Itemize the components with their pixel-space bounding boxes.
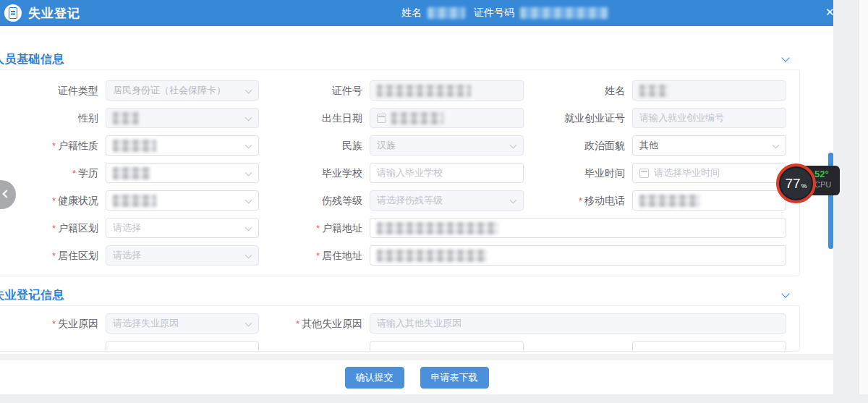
percent-sign: %: [801, 182, 807, 190]
redacted-education-value: [113, 167, 150, 179]
hukou-address-label: 户籍地址: [268, 218, 370, 239]
name-label: 姓名: [531, 80, 632, 101]
cpu-label: CPU: [814, 180, 840, 189]
form-row: 学历 毕业学校 请输入毕业学校 毕业时间 请选择毕业: [0, 163, 799, 183]
chevron-down-icon: [245, 114, 252, 122]
other-reason-label: 其他失业原因: [268, 313, 370, 334]
section-unemployment-title: 失业登记信息: [0, 288, 64, 303]
emp-cert-no-label: 就业创业证号: [531, 108, 632, 128]
education-label: 学历: [0, 163, 106, 184]
close-icon[interactable]: ✕: [825, 6, 833, 19]
ethnic-value: 汉族: [377, 139, 396, 152]
right-gutter: [833, 0, 858, 403]
calendar-icon: [639, 169, 649, 178]
confirm-submit-button[interactable]: 确认提交: [345, 367, 404, 389]
reason-select[interactable]: 请选择失业原因: [106, 313, 259, 334]
health-select[interactable]: [106, 190, 259, 211]
chevron-down-icon[interactable]: [781, 289, 789, 297]
redacted-name-value: [639, 85, 668, 97]
cert-no-label: 证件号: [268, 80, 370, 101]
grad-time-input[interactable]: 请选择毕业时间: [632, 163, 786, 183]
calendar-icon: [377, 114, 386, 123]
mobile-input[interactable]: [632, 190, 786, 211]
chevron-down-icon: [773, 142, 780, 149]
disability-select[interactable]: 请选择伤残等级: [370, 190, 524, 211]
political-select[interactable]: 其他: [632, 135, 786, 156]
cutoff-input[interactable]: [632, 341, 786, 352]
cert-type-value: 居民身份证（社会保障卡）: [113, 84, 226, 97]
top-header-bar: 失业登记 姓名 证件号码 ✕: [0, 0, 833, 26]
name-input[interactable]: [632, 80, 786, 101]
chevron-down-icon: [245, 169, 252, 177]
section-unemployment-header: 失业登记信息: [0, 288, 833, 302]
reason-placeholder: 请选择失业原因: [113, 317, 179, 330]
cert-no-input[interactable]: [370, 80, 524, 101]
chevron-down-icon: [245, 142, 252, 149]
live-address-input[interactable]: [370, 245, 786, 266]
emp-cert-no-input[interactable]: 请输入就业创业编号: [632, 108, 786, 128]
gender-select[interactable]: [106, 108, 259, 128]
school-placeholder: 请输入毕业学校: [377, 166, 443, 179]
grad-time-label: 毕业时间: [531, 163, 632, 183]
chevron-down-icon: [245, 252, 252, 259]
cert-type-select[interactable]: 居民身份证（社会保障卡）: [106, 80, 259, 101]
live-address-label: 居住地址: [268, 245, 370, 266]
section-basic-info-title: 人员基础信息: [0, 52, 64, 67]
chevron-down-icon: [510, 142, 517, 149]
form-row: 失业原因 请选择失业原因 其他失业原因 请输入其他失业原因: [0, 313, 799, 334]
cert-type-label: 证件类型: [0, 80, 106, 101]
ethnic-select[interactable]: 汉族: [370, 135, 524, 156]
form-row: 证件类型 居民身份证（社会保障卡） 证件号 姓名: [0, 80, 799, 101]
page-title: 失业登记: [28, 5, 80, 22]
reason-label: 失业原因: [0, 313, 106, 334]
document-logo-icon: [4, 4, 22, 22]
chevron-down-icon: [245, 87, 252, 94]
download-application-button[interactable]: 申请表下载: [420, 367, 489, 389]
redacted-name-value: [427, 7, 465, 19]
section-basic-info-header: 人员基础信息: [0, 52, 833, 67]
cutoff-input[interactable]: [370, 341, 524, 352]
live-region-select[interactable]: 请选择: [106, 245, 259, 266]
chevron-down-icon: [510, 197, 517, 204]
chevron-left-icon: [2, 190, 10, 198]
school-label: 毕业学校: [268, 163, 370, 183]
redacted-hukou-type-value: [113, 140, 156, 152]
ethnic-label: 民族: [268, 135, 370, 156]
political-label: 政治面貌: [531, 135, 632, 156]
basic-info-card: 证件类型 居民身份证（社会保障卡） 证件号 姓名: [0, 69, 800, 276]
gender-label: 性别: [0, 108, 106, 128]
mobile-label: 移动电话: [531, 190, 632, 211]
emp-cert-no-placeholder: 请输入就业创业编号: [639, 111, 724, 124]
hukou-region-label: 户籍区划: [0, 218, 106, 239]
redacted-mobile-value: [639, 195, 700, 207]
header-name-label: 姓名: [401, 7, 422, 20]
live-region-placeholder: 请选择: [113, 249, 141, 262]
footer-action-bar: 确认提交 申请表下载: [0, 360, 833, 394]
education-select[interactable]: [106, 163, 259, 183]
other-reason-placeholder: 请输入其他失业原因: [377, 317, 461, 330]
chevron-down-icon: [245, 320, 252, 327]
redacted-health-value: [113, 195, 156, 207]
birth-date-input[interactable]: [370, 108, 524, 128]
chevron-down-icon: [245, 224, 252, 232]
hukou-region-select[interactable]: 请选择: [106, 218, 259, 238]
school-input[interactable]: 请输入毕业学校: [370, 163, 524, 183]
disability-placeholder: 请选择伤残等级: [377, 194, 443, 207]
chevron-down-icon[interactable]: [781, 54, 789, 61]
redacted-live-address-value: [377, 250, 487, 262]
adjacent-window-edge: [858, 0, 868, 403]
hukou-type-select[interactable]: [106, 135, 259, 156]
form-row: 健康状况 伤残等级 请选择伤残等级 移动电话: [0, 190, 799, 211]
form-row: 性别 出生日期 就业创业证号 请输入就业创业编号: [0, 108, 799, 128]
performance-percent-badge[interactable]: 77 %: [776, 164, 816, 203]
bottom-edge-strip: [0, 394, 868, 403]
cpu-temperature-value: 52°: [814, 169, 840, 179]
redacted-birth-date-value: [391, 112, 443, 124]
hukou-address-input[interactable]: [370, 218, 786, 238]
redacted-hukou-address-value: [377, 222, 498, 234]
disability-label: 伤残等级: [268, 190, 370, 211]
hukou-region-placeholder: 请选择: [113, 221, 141, 234]
other-reason-input[interactable]: 请输入其他失业原因: [370, 313, 786, 334]
birth-date-label: 出生日期: [268, 108, 370, 128]
cutoff-select[interactable]: [106, 341, 259, 352]
